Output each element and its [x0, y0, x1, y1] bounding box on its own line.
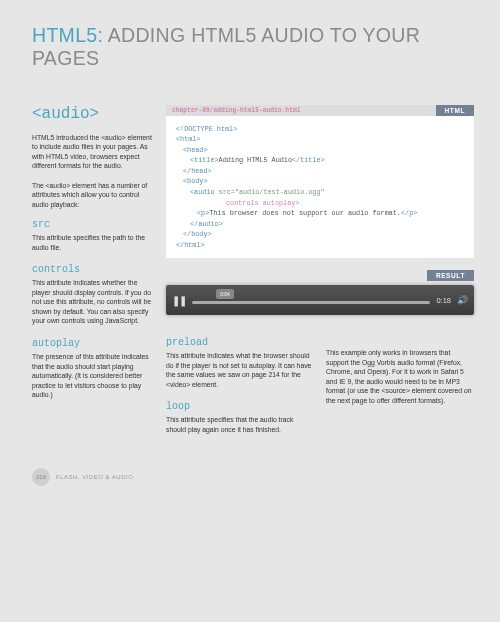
lower-columns: preload This attribute indicates what th…: [166, 333, 474, 446]
left-column: <audio> HTML5 introduced the <audio> ele…: [32, 105, 154, 446]
code-badge-html: HTML: [436, 105, 474, 116]
duration-label: 0:18: [436, 296, 451, 305]
progress-track[interactable]: 0:04: [192, 292, 430, 308]
result-badge: RESULT: [427, 270, 474, 281]
attr-autoplay-heading: autoplay: [32, 338, 154, 349]
footer-chapter: FLASH, VIDEO & AUDIO: [56, 474, 133, 480]
title-accent: HTML5:: [32, 24, 103, 46]
intro-paragraph-1: HTML5 introduced the <audio> element to …: [32, 133, 154, 171]
code-line: </head>: [176, 166, 464, 177]
attr-preload-desc: This attribute indicates what the browse…: [166, 351, 314, 389]
audio-player[interactable]: ❚❚ 0:04 0:18 🔊: [166, 285, 474, 315]
intro-paragraph-2: The <audio> element has a number of attr…: [32, 181, 154, 210]
code-line: <head>: [176, 145, 464, 156]
code-line: <!DOCTYPE html>: [176, 124, 464, 135]
attr-src-desc: This attribute specifies the path to the…: [32, 233, 154, 252]
progress-bar: [192, 301, 430, 304]
page-number: 219: [32, 468, 50, 486]
audio-tag-heading: <audio>: [32, 105, 154, 123]
code-block: <!DOCTYPE html> <html> <head> <title>Add…: [166, 116, 474, 258]
code-line: <p>This browser does not support our aud…: [176, 208, 464, 219]
code-line: <html>: [176, 134, 464, 145]
code-line: <audio src="audio/test-audio.ogg": [176, 187, 464, 198]
code-line: <title>Adding HTML5 Audio</title>: [176, 155, 464, 166]
page-footer: 219 FLASH, VIDEO & AUDIO: [32, 468, 474, 486]
attr-preload-heading: preload: [166, 337, 314, 348]
code-line: </html>: [176, 240, 464, 251]
code-header: chapter-09/adding-html5-audio.html HTML: [166, 105, 474, 116]
progress-handle[interactable]: 0:04: [216, 289, 234, 299]
code-line: </body>: [176, 229, 464, 240]
code-line: <body>: [176, 176, 464, 187]
attr-loop-heading: loop: [166, 401, 314, 412]
pause-icon[interactable]: ❚❚: [172, 295, 186, 306]
code-line: controls autoplay>: [176, 198, 464, 209]
result-header: RESULT: [166, 270, 474, 281]
attr-controls-desc: This attribute indicates whether the pla…: [32, 278, 154, 326]
code-file-path: chapter-09/adding-html5-audio.html: [166, 105, 436, 116]
volume-icon[interactable]: 🔊: [457, 295, 468, 305]
compatibility-note: This example only works in browsers that…: [326, 348, 474, 405]
attr-src-heading: src: [32, 219, 154, 230]
attr-controls-heading: controls: [32, 264, 154, 275]
attr-loop-desc: This attribute specifies that the audio …: [166, 415, 314, 434]
code-line: </audio>: [176, 219, 464, 230]
page-title: HTML5: ADDING HTML5 AUDIO TO YOUR PAGES: [32, 24, 474, 71]
attr-autoplay-desc: The presence of this attribute indicates…: [32, 352, 154, 400]
right-column: chapter-09/adding-html5-audio.html HTML …: [166, 105, 474, 446]
